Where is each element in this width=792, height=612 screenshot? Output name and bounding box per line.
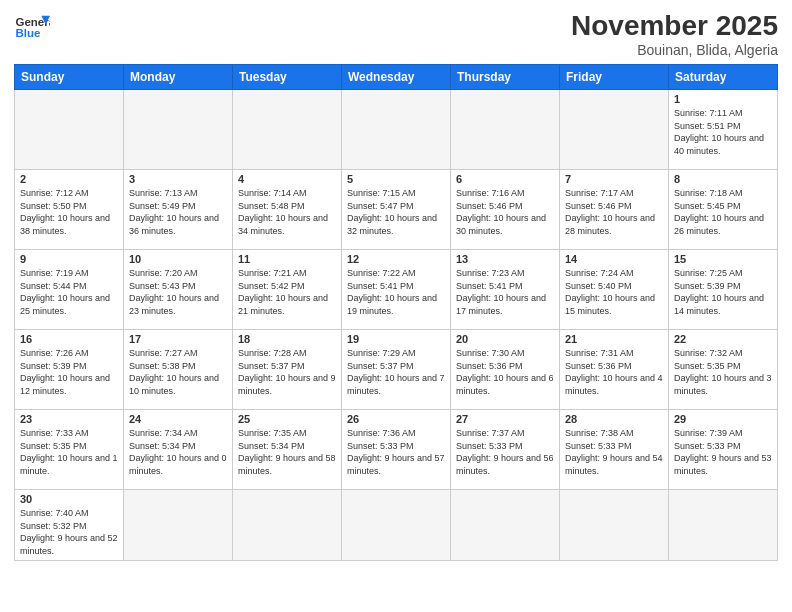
day-number: 9 [20, 253, 118, 265]
day-info: Sunrise: 7:23 AM Sunset: 5:41 PM Dayligh… [456, 267, 554, 317]
header: General Blue November 2025 Bouinan, Blid… [14, 10, 778, 58]
day-number: 5 [347, 173, 445, 185]
day-info: Sunrise: 7:31 AM Sunset: 5:36 PM Dayligh… [565, 347, 663, 397]
day-info: Sunrise: 7:38 AM Sunset: 5:33 PM Dayligh… [565, 427, 663, 477]
day-number: 25 [238, 413, 336, 425]
day-info: Sunrise: 7:28 AM Sunset: 5:37 PM Dayligh… [238, 347, 336, 397]
col-tuesday: Tuesday [233, 65, 342, 90]
table-row [560, 90, 669, 170]
day-number: 26 [347, 413, 445, 425]
table-row: 20Sunrise: 7:30 AM Sunset: 5:36 PM Dayli… [451, 330, 560, 410]
table-row: 21Sunrise: 7:31 AM Sunset: 5:36 PM Dayli… [560, 330, 669, 410]
table-row [233, 90, 342, 170]
calendar-table: Sunday Monday Tuesday Wednesday Thursday… [14, 64, 778, 561]
col-sunday: Sunday [15, 65, 124, 90]
day-info: Sunrise: 7:12 AM Sunset: 5:50 PM Dayligh… [20, 187, 118, 237]
day-info: Sunrise: 7:26 AM Sunset: 5:39 PM Dayligh… [20, 347, 118, 397]
day-info: Sunrise: 7:13 AM Sunset: 5:49 PM Dayligh… [129, 187, 227, 237]
table-row: 23Sunrise: 7:33 AM Sunset: 5:35 PM Dayli… [15, 410, 124, 490]
day-number: 16 [20, 333, 118, 345]
day-number: 8 [674, 173, 772, 185]
col-friday: Friday [560, 65, 669, 90]
location: Bouinan, Blida, Algeria [571, 42, 778, 58]
day-number: 24 [129, 413, 227, 425]
table-row: 22Sunrise: 7:32 AM Sunset: 5:35 PM Dayli… [669, 330, 778, 410]
table-row: 15Sunrise: 7:25 AM Sunset: 5:39 PM Dayli… [669, 250, 778, 330]
col-thursday: Thursday [451, 65, 560, 90]
day-info: Sunrise: 7:36 AM Sunset: 5:33 PM Dayligh… [347, 427, 445, 477]
logo: General Blue [14, 10, 50, 46]
day-info: Sunrise: 7:27 AM Sunset: 5:38 PM Dayligh… [129, 347, 227, 397]
month-title: November 2025 [571, 10, 778, 42]
table-row: 11Sunrise: 7:21 AM Sunset: 5:42 PM Dayli… [233, 250, 342, 330]
day-number: 3 [129, 173, 227, 185]
day-info: Sunrise: 7:32 AM Sunset: 5:35 PM Dayligh… [674, 347, 772, 397]
col-wednesday: Wednesday [342, 65, 451, 90]
day-number: 29 [674, 413, 772, 425]
day-number: 18 [238, 333, 336, 345]
table-row [451, 490, 560, 561]
day-info: Sunrise: 7:14 AM Sunset: 5:48 PM Dayligh… [238, 187, 336, 237]
col-monday: Monday [124, 65, 233, 90]
title-block: November 2025 Bouinan, Blida, Algeria [571, 10, 778, 58]
table-row: 9Sunrise: 7:19 AM Sunset: 5:44 PM Daylig… [15, 250, 124, 330]
day-number: 14 [565, 253, 663, 265]
day-number: 15 [674, 253, 772, 265]
day-number: 27 [456, 413, 554, 425]
day-number: 7 [565, 173, 663, 185]
table-row: 13Sunrise: 7:23 AM Sunset: 5:41 PM Dayli… [451, 250, 560, 330]
table-row: 16Sunrise: 7:26 AM Sunset: 5:39 PM Dayli… [15, 330, 124, 410]
day-info: Sunrise: 7:39 AM Sunset: 5:33 PM Dayligh… [674, 427, 772, 477]
table-row: 18Sunrise: 7:28 AM Sunset: 5:37 PM Dayli… [233, 330, 342, 410]
table-row: 8Sunrise: 7:18 AM Sunset: 5:45 PM Daylig… [669, 170, 778, 250]
day-info: Sunrise: 7:22 AM Sunset: 5:41 PM Dayligh… [347, 267, 445, 317]
table-row [342, 490, 451, 561]
day-number: 20 [456, 333, 554, 345]
table-row [124, 490, 233, 561]
table-row: 1Sunrise: 7:11 AM Sunset: 5:51 PM Daylig… [669, 90, 778, 170]
table-row: 5Sunrise: 7:15 AM Sunset: 5:47 PM Daylig… [342, 170, 451, 250]
day-number: 22 [674, 333, 772, 345]
table-row: 24Sunrise: 7:34 AM Sunset: 5:34 PM Dayli… [124, 410, 233, 490]
table-row: 17Sunrise: 7:27 AM Sunset: 5:38 PM Dayli… [124, 330, 233, 410]
day-info: Sunrise: 7:18 AM Sunset: 5:45 PM Dayligh… [674, 187, 772, 237]
day-info: Sunrise: 7:35 AM Sunset: 5:34 PM Dayligh… [238, 427, 336, 477]
table-row [342, 90, 451, 170]
table-row: 26Sunrise: 7:36 AM Sunset: 5:33 PM Dayli… [342, 410, 451, 490]
table-row: 2Sunrise: 7:12 AM Sunset: 5:50 PM Daylig… [15, 170, 124, 250]
day-number: 12 [347, 253, 445, 265]
day-number: 1 [674, 93, 772, 105]
day-info: Sunrise: 7:24 AM Sunset: 5:40 PM Dayligh… [565, 267, 663, 317]
table-row: 14Sunrise: 7:24 AM Sunset: 5:40 PM Dayli… [560, 250, 669, 330]
page: General Blue November 2025 Bouinan, Blid… [0, 0, 792, 612]
table-row [124, 90, 233, 170]
calendar-header-row: Sunday Monday Tuesday Wednesday Thursday… [15, 65, 778, 90]
svg-text:Blue: Blue [15, 27, 41, 39]
day-info: Sunrise: 7:34 AM Sunset: 5:34 PM Dayligh… [129, 427, 227, 477]
day-info: Sunrise: 7:19 AM Sunset: 5:44 PM Dayligh… [20, 267, 118, 317]
day-info: Sunrise: 7:21 AM Sunset: 5:42 PM Dayligh… [238, 267, 336, 317]
day-number: 11 [238, 253, 336, 265]
day-number: 19 [347, 333, 445, 345]
table-row: 7Sunrise: 7:17 AM Sunset: 5:46 PM Daylig… [560, 170, 669, 250]
day-info: Sunrise: 7:20 AM Sunset: 5:43 PM Dayligh… [129, 267, 227, 317]
day-info: Sunrise: 7:25 AM Sunset: 5:39 PM Dayligh… [674, 267, 772, 317]
day-number: 17 [129, 333, 227, 345]
table-row: 29Sunrise: 7:39 AM Sunset: 5:33 PM Dayli… [669, 410, 778, 490]
table-row: 19Sunrise: 7:29 AM Sunset: 5:37 PM Dayli… [342, 330, 451, 410]
day-info: Sunrise: 7:15 AM Sunset: 5:47 PM Dayligh… [347, 187, 445, 237]
day-info: Sunrise: 7:17 AM Sunset: 5:46 PM Dayligh… [565, 187, 663, 237]
table-row: 25Sunrise: 7:35 AM Sunset: 5:34 PM Dayli… [233, 410, 342, 490]
table-row: 28Sunrise: 7:38 AM Sunset: 5:33 PM Dayli… [560, 410, 669, 490]
day-number: 2 [20, 173, 118, 185]
day-info: Sunrise: 7:37 AM Sunset: 5:33 PM Dayligh… [456, 427, 554, 477]
day-info: Sunrise: 7:33 AM Sunset: 5:35 PM Dayligh… [20, 427, 118, 477]
day-info: Sunrise: 7:40 AM Sunset: 5:32 PM Dayligh… [20, 507, 118, 557]
table-row [233, 490, 342, 561]
day-number: 10 [129, 253, 227, 265]
table-row: 4Sunrise: 7:14 AM Sunset: 5:48 PM Daylig… [233, 170, 342, 250]
table-row: 30Sunrise: 7:40 AM Sunset: 5:32 PM Dayli… [15, 490, 124, 561]
day-info: Sunrise: 7:29 AM Sunset: 5:37 PM Dayligh… [347, 347, 445, 397]
day-number: 6 [456, 173, 554, 185]
day-number: 28 [565, 413, 663, 425]
